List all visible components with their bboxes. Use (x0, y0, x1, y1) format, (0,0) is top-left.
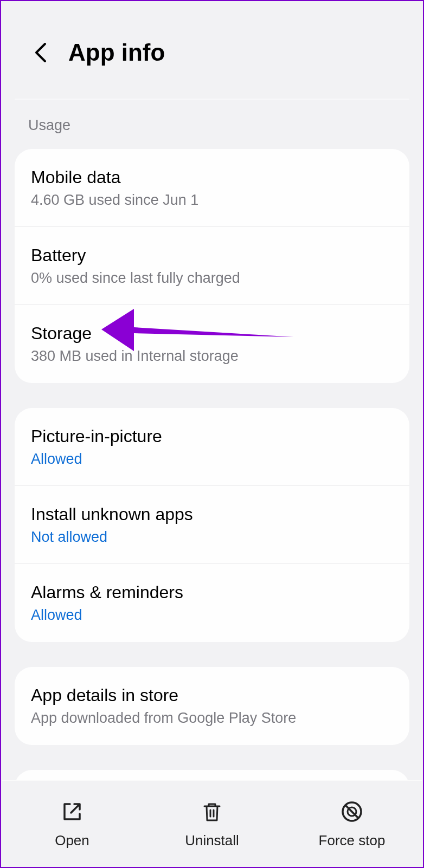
row-mobile-data[interactable]: Mobile data 4.60 GB used since Jun 1 (15, 149, 409, 227)
header: App info (1, 1, 423, 99)
row-picture-in-picture[interactable]: Picture-in-picture Allowed (15, 408, 409, 486)
stop-icon (339, 799, 365, 825)
row-storage[interactable]: Storage 380 MB used in Internal storage (15, 305, 409, 383)
page-title: App info (68, 39, 165, 66)
open-label: Open (55, 832, 89, 849)
trash-icon (199, 799, 225, 825)
row-title: App details in store (31, 685, 393, 705)
row-subtitle: 380 MB used in Internal storage (31, 348, 393, 365)
open-button[interactable]: Open (2, 799, 142, 849)
uninstall-label: Uninstall (185, 832, 239, 849)
store-card: App details in store App downloaded from… (15, 667, 409, 745)
row-battery[interactable]: Battery 0% used since last fully charged (15, 227, 409, 305)
back-icon (33, 42, 47, 63)
back-button[interactable] (28, 41, 52, 64)
row-subtitle: App downloaded from Google Play Store (31, 710, 393, 727)
bottom-bar: Open Uninstall Force stop (2, 780, 422, 867)
row-subtitle: 0% used since last fully charged (31, 270, 393, 287)
row-title: Mobile data (31, 167, 393, 187)
row-title: Alarms & reminders (31, 582, 393, 603)
force-stop-label: Force stop (319, 832, 386, 849)
force-stop-button[interactable]: Force stop (282, 799, 422, 849)
usage-card: Mobile data 4.60 GB used since Jun 1 Bat… (15, 149, 409, 383)
row-title: Battery (31, 245, 393, 265)
row-subtitle: Allowed (31, 451, 393, 468)
permissions-card: Picture-in-picture Allowed Install unkno… (15, 408, 409, 642)
row-title: Storage (31, 323, 393, 344)
row-subtitle: 4.60 GB used since Jun 1 (31, 192, 393, 209)
row-install-unknown-apps[interactable]: Install unknown apps Not allowed (15, 486, 409, 564)
section-header-usage: Usage (1, 100, 423, 149)
uninstall-button[interactable]: Uninstall (142, 799, 282, 849)
row-subtitle: Allowed (31, 607, 393, 624)
open-icon (59, 799, 85, 825)
row-app-details-store[interactable]: App details in store App downloaded from… (15, 667, 409, 745)
row-alarms-reminders[interactable]: Alarms & reminders Allowed (15, 564, 409, 642)
row-title: Picture-in-picture (31, 426, 393, 446)
row-subtitle: Not allowed (31, 529, 393, 546)
row-title: Install unknown apps (31, 504, 393, 524)
